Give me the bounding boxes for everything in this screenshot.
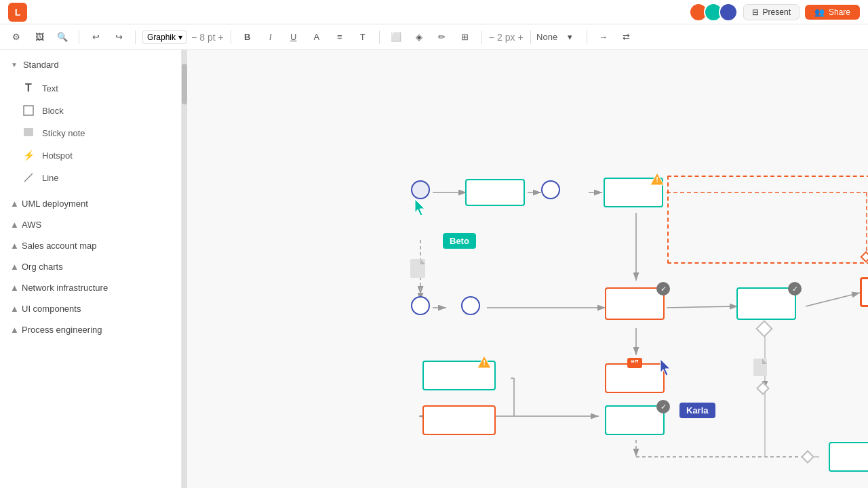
- aws-label: AWS: [22, 220, 41, 230]
- org-header[interactable]: ▶ Org charts: [0, 258, 181, 276]
- line-icon: [22, 171, 35, 184]
- org-chevron: ▶: [10, 264, 18, 270]
- process-header[interactable]: ▶ Process engineering: [0, 321, 181, 339]
- selection-rect: [667, 176, 868, 264]
- canvas[interactable]: ! Beto: [182, 50, 868, 488]
- scrollbar-vertical[interactable]: [182, 50, 187, 488]
- ui-chevron: ▶: [10, 306, 18, 312]
- bold-button[interactable]: B: [238, 28, 257, 47]
- network-header[interactable]: ▶ Network infrastructure: [0, 279, 181, 297]
- aws-header[interactable]: ▶ AWS: [0, 216, 181, 234]
- diamond-r3: [756, 382, 770, 395]
- box-r1-1[interactable]: [465, 179, 525, 206]
- svg-rect-1: [24, 128, 33, 136]
- circle-r2-2[interactable]: [461, 296, 480, 315]
- line-tool-button[interactable]: ✏: [433, 28, 452, 47]
- search-button[interactable]: 🔍: [53, 28, 72, 47]
- avatar-3[interactable]: [719, 3, 738, 22]
- box-r2-1[interactable]: ✓: [605, 287, 665, 320]
- font-size-increase[interactable]: +: [218, 32, 224, 43]
- svg-rect-37: [753, 359, 767, 376]
- cursor-beto: [412, 198, 427, 220]
- undo-button[interactable]: ↩: [86, 28, 105, 47]
- block-icon: [22, 104, 35, 117]
- sales-header[interactable]: ▶ Sales account map: [0, 237, 181, 255]
- start-circle-1[interactable]: [411, 180, 430, 199]
- box-r3-1[interactable]: !: [422, 361, 496, 390]
- app: L ⊟ Present 👥 Share ⚙ 🖼 🔍 ↩ ↪: [0, 0, 868, 488]
- doc-icon-2: [753, 359, 770, 380]
- block-label: Block: [42, 106, 64, 116]
- none-button[interactable]: None: [538, 28, 557, 47]
- border-button[interactable]: ⬜: [387, 28, 406, 47]
- font-family-select[interactable]: Graphik ▾: [142, 30, 187, 44]
- font-family-chevron: ▾: [178, 33, 182, 42]
- org-label: Org charts: [22, 262, 63, 272]
- settings-button[interactable]: ⚙: [7, 28, 26, 47]
- arrow-style-button[interactable]: →: [594, 28, 613, 47]
- uml-chevron: ▶: [10, 201, 18, 207]
- box-bottom[interactable]: [829, 442, 868, 472]
- avatar-group: [689, 3, 738, 22]
- svg-line-14: [667, 306, 738, 308]
- circle-r2-1[interactable]: [411, 296, 430, 315]
- present-icon: ⊟: [752, 7, 759, 17]
- align-button[interactable]: ≡: [330, 28, 349, 47]
- uml-header[interactable]: ▶ UML deployment: [0, 195, 181, 213]
- box-r2-2[interactable]: ✓: [736, 287, 796, 320]
- standard-section-header[interactable]: ▼ Standard: [0, 56, 181, 74]
- ui-header[interactable]: ▶ UI components: [0, 300, 181, 318]
- svg-rect-0: [24, 106, 33, 115]
- underline-button[interactable]: U: [284, 28, 303, 47]
- fill-button[interactable]: ◈: [410, 28, 429, 47]
- svg-line-2: [24, 174, 33, 182]
- sales-section: ▶ Sales account map: [0, 237, 181, 255]
- beto-label: Beto: [443, 233, 476, 249]
- none-chevron[interactable]: ▾: [561, 28, 580, 47]
- text-style-button[interactable]: T: [353, 28, 372, 47]
- box-r3-3[interactable]: [422, 405, 496, 435]
- arrows-layer: [182, 50, 868, 488]
- italic-button[interactable]: I: [261, 28, 280, 47]
- line-width-increase[interactable]: +: [517, 32, 523, 43]
- scrollbar-thumb[interactable]: [182, 64, 187, 104]
- logo[interactable]: L: [8, 3, 27, 22]
- present-label: Present: [763, 7, 791, 17]
- sidebar: ▼ Standard T Text Block: [0, 50, 182, 488]
- font-size-decrease[interactable]: −: [191, 32, 197, 43]
- standard-label: Standard: [23, 60, 59, 70]
- circle-r1-mid[interactable]: [541, 180, 560, 199]
- sidebar-item-line[interactable]: Line: [14, 167, 178, 188]
- selection-diamond: [861, 251, 868, 263]
- cursor-blue: [658, 358, 673, 380]
- box-r1-2[interactable]: !: [604, 178, 663, 207]
- box-r2-3[interactable]: [860, 277, 868, 307]
- image-button[interactable]: 🖼: [30, 28, 49, 47]
- aws-section: ▶ AWS: [0, 216, 181, 234]
- box-r3-2[interactable]: ❝❞: [605, 363, 665, 393]
- ui-section: ▶ UI components: [0, 300, 181, 318]
- network-chevron: ▶: [10, 285, 18, 291]
- share-button[interactable]: 👥 Share: [805, 5, 860, 20]
- org-section: ▶ Org charts: [0, 258, 181, 276]
- line-width-decrease[interactable]: −: [489, 32, 494, 43]
- sticky-label: Sticky note: [42, 128, 85, 138]
- hotspot-icon: ⚡: [22, 148, 35, 162]
- box-r3-4[interactable]: ✓: [605, 405, 665, 435]
- text-color-button[interactable]: A: [307, 28, 326, 47]
- hotspot-label: Hotspot: [42, 150, 73, 161]
- sidebar-item-text[interactable]: T Text: [14, 77, 178, 99]
- separator-4: [379, 30, 380, 44]
- sidebar-item-block[interactable]: Block: [14, 100, 178, 121]
- table-button[interactable]: ⊞: [456, 28, 475, 47]
- font-family-value: Graphik: [147, 33, 176, 42]
- redo-button[interactable]: ↪: [109, 28, 128, 47]
- uml-label: UML deployment: [22, 199, 88, 209]
- connection-button[interactable]: ⇄: [617, 28, 636, 47]
- network-section: ▶ Network infrastructure: [0, 279, 181, 297]
- sidebar-item-hotspot[interactable]: ⚡ Hotspot: [14, 144, 178, 166]
- svg-line-15: [806, 293, 860, 306]
- sidebar-item-sticky[interactable]: Sticky note: [14, 122, 178, 144]
- line-label: Line: [42, 173, 59, 183]
- present-button[interactable]: ⊟ Present: [743, 4, 800, 20]
